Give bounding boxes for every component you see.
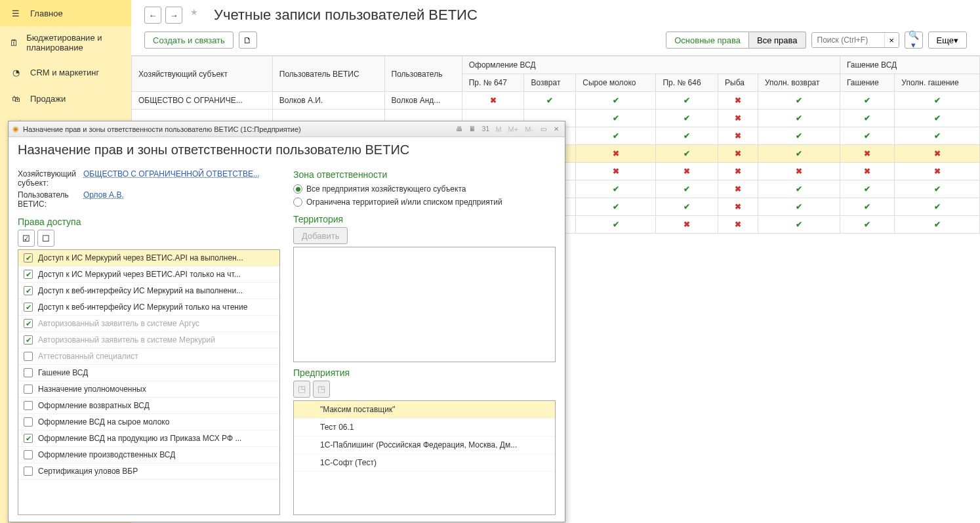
search-clear-button[interactable]: × xyxy=(884,33,899,47)
all-rights-button[interactable]: Все права xyxy=(749,31,806,49)
cross-icon: ✖ xyxy=(934,149,941,158)
checkbox-icon[interactable] xyxy=(24,385,33,394)
main-rights-button[interactable]: Основные права xyxy=(666,31,749,49)
checkbox-icon[interactable] xyxy=(24,401,33,410)
nav-forward-button[interactable]: → xyxy=(165,7,182,24)
enterprise-row[interactable]: Тест 06.1 xyxy=(294,419,555,436)
sidebar-item-main[interactable]: ☰ Главное xyxy=(0,0,131,26)
right-row[interactable]: Оформление возвратных ВСД xyxy=(18,398,279,414)
check-icon: ✔ xyxy=(796,114,802,123)
col-user[interactable]: Пользователь xyxy=(384,56,462,92)
table-row[interactable]: ОБЩЕСТВО С ОГРАНИЧЕ...Волков А.И.Волков … xyxy=(132,92,980,110)
enterprise-row[interactable]: 1С-Софт (Тест) xyxy=(294,454,555,472)
right-row[interactable]: Оформление ВСД на продукцию из Приказа М… xyxy=(18,430,279,447)
radio-all-enterprises[interactable]: Все предприятия хозяйствующего субъекта xyxy=(293,182,556,196)
checkbox-icon[interactable] xyxy=(24,434,33,443)
add-territory-button[interactable]: Добавить xyxy=(293,227,348,244)
print-icon[interactable]: 🖶 xyxy=(455,125,464,134)
check-icon: ✔ xyxy=(613,202,619,211)
checkbox-icon[interactable] xyxy=(24,286,33,295)
right-row[interactable]: Доступ к веб-интерфейсу ИС Меркурий толь… xyxy=(18,299,279,316)
uncheck-all-button[interactable]: ☐ xyxy=(37,230,54,247)
check-icon: ✔ xyxy=(796,131,802,140)
refresh-button[interactable]: 🗋 xyxy=(239,31,257,49)
page-title: Учетные записи пользователей ВЕТИС xyxy=(214,7,478,24)
more-button[interactable]: Еще ▾ xyxy=(928,31,967,49)
col-group-quench[interactable]: Гашение ВСД xyxy=(840,56,979,74)
right-row[interactable]: Доступ к ИС Меркурий через ВЕТИС.API тол… xyxy=(18,266,279,283)
enterprise-row[interactable]: "Максим поставщик" xyxy=(294,401,555,419)
create-button[interactable]: Создать и связать xyxy=(144,31,234,49)
right-row[interactable]: Сертификация уловов ВБР xyxy=(18,463,279,480)
checkbox-icon[interactable] xyxy=(24,368,33,377)
col-user-vetis[interactable]: Пользователь ВЕТИС xyxy=(272,56,384,92)
check-icon: ✔ xyxy=(684,114,690,123)
checkbox-icon[interactable] xyxy=(24,467,33,476)
checkbox-icon[interactable] xyxy=(24,417,33,427)
right-row[interactable]: Назначение уполномоченных xyxy=(18,381,279,398)
checkbox-icon[interactable] xyxy=(24,450,33,459)
check-icon: ✔ xyxy=(864,96,870,105)
rights-list[interactable]: Доступ к ИС Меркурий через ВЕТИС.API на … xyxy=(18,249,280,515)
checkbox-icon[interactable] xyxy=(24,335,33,345)
m-icon[interactable]: M xyxy=(494,125,502,133)
ent-btn-1[interactable]: ◳ xyxy=(293,381,310,398)
right-label: Оформление ВСД на продукцию из Приказа М… xyxy=(38,434,241,443)
close-icon[interactable]: ✕ xyxy=(552,125,561,134)
right-row[interactable]: Доступ к веб-интерфейсу ИС Меркурий на в… xyxy=(18,283,279,299)
check-icon: ✔ xyxy=(796,202,802,211)
sidebar-item-budget[interactable]: 🗓 Бюджетирование и планирование xyxy=(0,26,131,59)
nav-back-button[interactable]: ← xyxy=(144,7,161,24)
sidebar-item-crm[interactable]: ◔ CRM и маркетинг xyxy=(0,59,131,85)
cross-icon: ✖ xyxy=(490,96,497,105)
right-row[interactable]: Авторизованный заявитель в системе Аргус xyxy=(18,316,279,332)
right-row[interactable]: Гашение ВСД xyxy=(18,365,279,381)
calendar-icon[interactable]: 31 xyxy=(481,125,490,134)
checkbox-icon[interactable] xyxy=(24,270,33,279)
search-input[interactable] xyxy=(812,33,884,47)
check-icon: ✔ xyxy=(934,220,941,229)
checkbox-icon[interactable] xyxy=(24,253,33,262)
radio-icon xyxy=(293,198,302,207)
checkbox-icon[interactable] xyxy=(24,352,33,361)
checkbox-icon[interactable] xyxy=(24,303,33,312)
ent-btn-2[interactable]: ◳ xyxy=(313,381,330,398)
right-row[interactable]: Аттестованный специалист xyxy=(18,348,279,365)
cross-icon: ✖ xyxy=(735,131,741,140)
cross-icon: ✖ xyxy=(864,167,870,176)
minimize-icon[interactable]: ▭ xyxy=(539,125,548,134)
section-rights: Права доступа xyxy=(18,217,280,227)
m-minus-icon[interactable]: M- xyxy=(523,125,535,133)
enterprise-list[interactable]: "Максим поставщик"Тест 06.11С-Паблишинг … xyxy=(293,400,556,516)
enterprise-row[interactable]: 1С-Паблишинг (Российская Федерация, Моск… xyxy=(294,436,555,454)
link-subject[interactable]: ОБЩЕСТВО С ОГРАНИЧЕННОЙ ОТВЕТСТВЕ... xyxy=(83,169,260,188)
sidebar-item-sales[interactable]: 🛍 Продажи xyxy=(0,85,131,112)
check-icon: ✔ xyxy=(864,202,870,211)
col-group-vsd[interactable]: Оформление ВСД xyxy=(462,56,840,74)
dialog-titlebar[interactable]: ◉ Назначение прав и зоны ответственности… xyxy=(9,121,565,137)
search-button[interactable]: 🔍 ▾ xyxy=(905,31,923,49)
check-icon: ✔ xyxy=(934,114,941,123)
cross-icon: ✖ xyxy=(735,220,741,229)
territory-list[interactable] xyxy=(293,247,556,362)
checkbox-icon[interactable] xyxy=(24,319,33,328)
right-row[interactable]: Оформление производственных ВСД xyxy=(18,447,279,463)
right-row[interactable]: Оформление ВСД на сырое молоко xyxy=(18,414,279,430)
check-icon: ✔ xyxy=(613,184,619,194)
link-user[interactable]: Орлов А.В. xyxy=(83,190,124,209)
m-plus-icon[interactable]: M+ xyxy=(507,125,520,133)
right-row[interactable]: Доступ к ИС Меркурий через ВЕТИС.API на … xyxy=(18,250,279,266)
col-subject[interactable]: Хозяйствующий субъект xyxy=(132,56,273,92)
calc-icon[interactable]: 🖩 xyxy=(468,125,477,134)
check-all-button[interactable]: ☑ xyxy=(18,230,35,247)
check-icon: ✔ xyxy=(684,184,690,194)
right-label: Назначение уполномоченных xyxy=(38,385,146,394)
check-icon: ✔ xyxy=(684,131,690,140)
coins-icon: 🗓 xyxy=(9,36,18,49)
bag-icon: 🛍 xyxy=(9,92,22,105)
check-icon: ✔ xyxy=(934,96,941,105)
radio-limited[interactable]: Ограничена территорией и/или списком пре… xyxy=(293,196,556,209)
right-row[interactable]: Авторизованный заявитель в системе Мерку… xyxy=(18,332,279,348)
star-icon[interactable]: ★ xyxy=(190,7,206,23)
cross-icon: ✖ xyxy=(735,96,741,105)
